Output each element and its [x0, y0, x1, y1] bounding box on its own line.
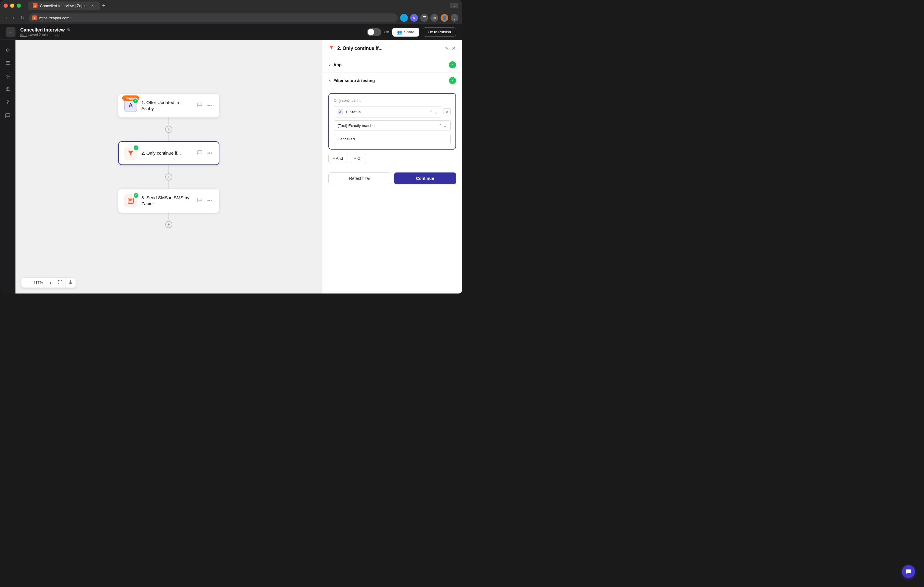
window-control[interactable]: ⌄: [450, 3, 459, 8]
extension-icon-3[interactable]: ☰: [420, 14, 428, 22]
back-nav-button[interactable]: ‹: [3, 14, 8, 22]
sidebar-item-settings[interactable]: ⚙: [2, 44, 13, 55]
panel-footer: Retest filter Continue: [322, 168, 462, 189]
node-1-actions: •••: [196, 101, 213, 110]
sms-icon: ✓: [124, 194, 137, 207]
node-2-label: 2. Only continue if...: [141, 150, 192, 156]
title-bar: Z Cancelled Interview | Zapier ✕ + ⌄: [0, 0, 462, 11]
add-step-2-button[interactable]: +: [165, 173, 172, 181]
extension-icon-4[interactable]: ⊞: [431, 14, 438, 22]
tab-title: Cancelled Interview | Zapier: [40, 3, 88, 8]
filter-section-title: Filter setup & testing: [333, 78, 447, 83]
panel-close-button[interactable]: ✕: [452, 45, 456, 52]
connector-line-2: [168, 165, 169, 173]
share-button[interactable]: 👥 Share: [392, 28, 419, 36]
on-off-toggle[interactable]: [367, 28, 381, 36]
filter-condition-row: A 1. Status ⌃ ⌃ ✕: [334, 106, 451, 117]
filter-icon: ✓: [124, 146, 137, 159]
filter-ashby-mini-icon: A: [338, 109, 343, 115]
node-3-comment-button[interactable]: [196, 196, 204, 205]
filter-remove-button[interactable]: ✕: [444, 108, 451, 115]
maximize-button[interactable]: [16, 3, 21, 8]
node-3-label: 3. Send SMS in SMS by Zapier: [141, 195, 192, 206]
node-1-more-button[interactable]: •••: [206, 102, 213, 109]
trigger-node-wrapper: Trigger A ✓ 1. Offer Updated in Ashby ••…: [118, 94, 219, 117]
filter-operator-select[interactable]: (Text) Exactly matches ⌃ ⌃: [334, 120, 451, 131]
panel-edit-button[interactable]: ✎: [445, 46, 449, 51]
app-back-button[interactable]: ←: [6, 27, 15, 37]
node-1-comment-button[interactable]: [196, 101, 204, 110]
sidebar-item-history[interactable]: ◷: [2, 71, 13, 82]
filter-label: Only continue if...: [334, 99, 451, 103]
filter-field-value: 1. Status: [345, 110, 360, 114]
connector-line-2b: [168, 181, 169, 189]
add-step-3-button[interactable]: +: [165, 221, 172, 228]
panel-title: 2. Only continue if...: [337, 46, 442, 51]
profile-icon[interactable]: 👤: [441, 14, 448, 22]
workflow: Trigger A ✓ 1. Offer Updated in Ashby ••…: [118, 94, 219, 228]
node-1-check: ✓: [132, 98, 139, 104]
new-tab-button[interactable]: +: [102, 3, 106, 9]
sidebar-item-help[interactable]: ?: [2, 97, 13, 108]
zoom-out-button[interactable]: −: [21, 278, 30, 288]
node-3-more-button[interactable]: •••: [206, 197, 213, 205]
filter-box: Only continue if... A 1. Status ⌃: [328, 93, 456, 150]
extension-icon-1[interactable]: T: [400, 14, 408, 22]
filter-section-check: ✓: [449, 77, 456, 84]
workflow-canvas[interactable]: Trigger A ✓ 1. Offer Updated in Ashby ••…: [15, 40, 322, 294]
svg-rect-2: [6, 64, 10, 65]
minimize-button[interactable]: [10, 3, 14, 8]
sidebar-item-upload[interactable]: [2, 84, 13, 95]
filter-field-inner: A 1. Status: [338, 109, 360, 115]
retest-filter-button[interactable]: Retest filter: [328, 173, 391, 184]
trigger-node[interactable]: Trigger A ✓ 1. Offer Updated in Ashby ••…: [118, 94, 219, 117]
add-step-1-button[interactable]: +: [165, 126, 172, 133]
tab-close-button[interactable]: ✕: [90, 3, 95, 8]
zoom-level: 117%: [30, 278, 46, 287]
address-bar[interactable]: Z https://zapier.com/: [28, 13, 398, 22]
draft-link[interactable]: draft: [20, 33, 27, 37]
edit-title-icon[interactable]: ✎: [67, 28, 70, 32]
continue-button[interactable]: Continue: [394, 173, 456, 184]
toggle-label: Off: [384, 30, 389, 34]
node-1-label: 1. Offer Updated in Ashby: [141, 100, 192, 111]
app-chevron-icon: ∨: [328, 63, 331, 67]
connector-line-1b: [168, 133, 169, 141]
fix-to-publish-button[interactable]: Fix to Publish: [423, 27, 456, 36]
address-text: https://zapier.com/: [39, 16, 71, 20]
filter-setup-section: ∧ Filter setup & testing ✓ Only continue…: [322, 73, 462, 189]
app-title-area: Cancelled Interview ✎ draft saved 2 minu…: [20, 27, 362, 37]
right-panel: 2. Only continue if... ✎ ✕ ∨ App ✓: [322, 40, 462, 294]
browser-menu-button[interactable]: ⋮: [451, 14, 459, 22]
forward-nav-button[interactable]: ›: [11, 14, 16, 22]
zoom-controls: − 117% +: [21, 278, 76, 288]
toggle-knob: [368, 29, 374, 35]
refresh-button[interactable]: ↻: [19, 14, 26, 22]
zoom-fit-button[interactable]: [55, 278, 66, 288]
app-header: ← Cancelled Interview ✎ draft saved 2 mi…: [0, 25, 462, 40]
connector-3: +: [165, 213, 172, 228]
node-3-actions: •••: [196, 196, 213, 205]
sidebar-item-layers[interactable]: [2, 58, 13, 68]
filter-operator-value: (Text) Exactly matches: [338, 123, 376, 128]
filter-logical-actions: + And + Or: [328, 154, 456, 163]
app-section-title: App: [333, 62, 447, 67]
extension-icon-2[interactable]: N: [410, 14, 418, 22]
close-button[interactable]: [3, 3, 8, 8]
traffic-lights: [3, 3, 21, 8]
node-2-comment-button[interactable]: [196, 148, 204, 158]
zoom-in-button[interactable]: +: [46, 278, 55, 288]
app-section-header[interactable]: ∨ App ✓: [322, 57, 462, 72]
filter-or-button[interactable]: + Or: [350, 154, 366, 163]
filter-and-button[interactable]: + And: [328, 154, 347, 163]
sidebar-item-comments[interactable]: [2, 110, 13, 121]
filter-field-chevron-down: ⌃: [434, 110, 437, 114]
node-2-more-button[interactable]: •••: [206, 149, 213, 157]
filter-node[interactable]: ✓ 2. Only continue if... •••: [118, 141, 219, 165]
sms-node[interactable]: ✓ 3. Send SMS in SMS by Zapier •••: [118, 189, 219, 213]
filter-value-input[interactable]: [334, 134, 451, 144]
active-tab[interactable]: Z Cancelled Interview | Zapier ✕: [28, 2, 100, 10]
filter-section-header[interactable]: ∧ Filter setup & testing ✓: [322, 73, 462, 88]
download-button[interactable]: [66, 278, 76, 288]
filter-field-select[interactable]: A 1. Status ⌃ ⌃: [334, 106, 441, 117]
